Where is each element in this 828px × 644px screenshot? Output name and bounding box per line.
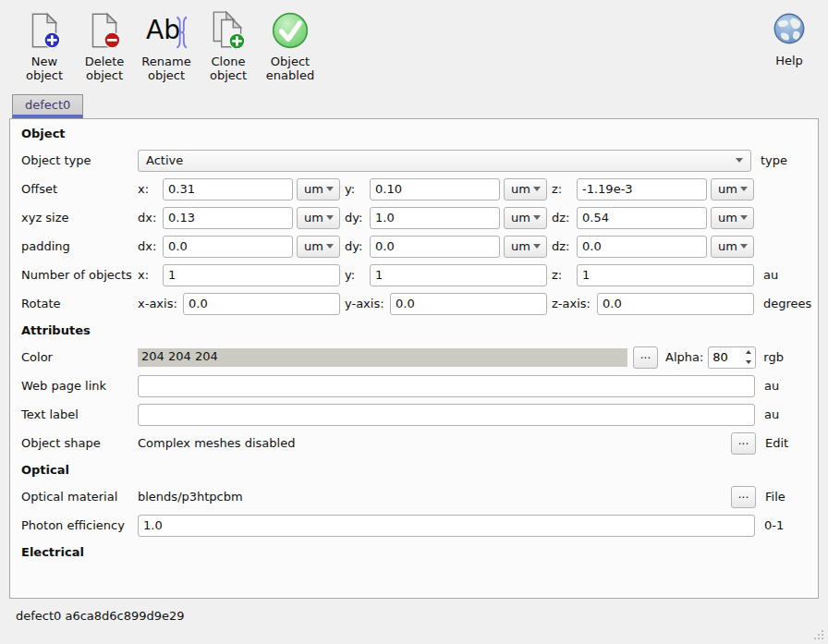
alpha-input[interactable] [709, 347, 741, 368]
count-x-input[interactable] [163, 264, 340, 286]
main-window: New object Delete object Ab Rename objec… [0, 0, 828, 644]
size-dy-input[interactable] [370, 207, 500, 229]
optical-material-label: Optical material [21, 490, 138, 504]
size-dx-label: dx: [138, 211, 160, 225]
toolbar: New object Delete object Ab Rename objec… [0, 0, 828, 94]
size-dz-unit-value: um [718, 211, 737, 225]
rotate-y-input[interactable] [390, 293, 547, 315]
offset-x-label: x: [138, 182, 160, 196]
clone-object-icon [207, 9, 250, 52]
color-browse-button[interactable]: ... [633, 346, 658, 369]
count-x-label: x: [138, 268, 160, 282]
rotate-z-label: z-axis: [552, 297, 594, 310]
text-label-unit: au [764, 407, 779, 421]
padding-dy-unit-select[interactable]: um [504, 236, 547, 258]
padding-row: padding dx: um dy: um dz: [10, 232, 818, 261]
optical-material-value: blends/p3htpcbm [138, 490, 731, 504]
offset-z-unit-select[interactable]: um [711, 178, 754, 200]
color-row: Color 204 204 204 ... Alpha: rgb [10, 343, 818, 371]
object-shape-row: Object shape Complex meshes disabled ...… [10, 429, 818, 457]
chevron-down-icon [326, 215, 334, 220]
count-label: Number of objects [21, 268, 138, 282]
color-swatch[interactable]: 204 204 204 [138, 348, 627, 367]
object-type-row: Object type Active type [10, 146, 818, 175]
text-label-label: Text label [21, 407, 138, 421]
alpha-increment-button[interactable] [741, 347, 755, 358]
padding-dz-unit-select[interactable]: um [711, 236, 754, 258]
help-button[interactable]: Help [764, 9, 814, 67]
section-optical: Optical [10, 457, 818, 482]
offset-y-input[interactable] [370, 178, 500, 200]
offset-row: Offset x: um y: um z: [10, 175, 818, 203]
tab-defect0[interactable]: defect0 [12, 94, 83, 118]
object-type-select[interactable]: Active [138, 150, 751, 172]
rotate-x-label: x-axis: [138, 297, 180, 310]
size-dz-unit-select[interactable]: um [711, 207, 754, 229]
rename-object-button[interactable]: Ab Rename object [135, 9, 198, 82]
size-dy-unit-select[interactable]: um [504, 207, 547, 229]
padding-dy-input[interactable] [370, 236, 500, 258]
padding-dz-label: dz: [552, 239, 574, 253]
photon-efficiency-row: Photon efficiency 0-1 [10, 511, 818, 540]
padding-label: padding [21, 239, 138, 253]
text-label-input[interactable] [138, 404, 755, 426]
delete-object-button[interactable]: Delete object [75, 9, 134, 82]
arrow-down-icon [746, 360, 751, 364]
offset-x-unit-select[interactable]: um [297, 178, 340, 200]
chevron-down-icon [533, 187, 541, 191]
rotate-x-input[interactable] [183, 293, 340, 315]
object-enabled-label: Object enabled [259, 55, 322, 82]
size-dz-input[interactable] [577, 207, 707, 229]
padding-dx-label: dx: [138, 239, 160, 253]
count-z-label: z: [552, 268, 574, 282]
object-type-label: Object type [21, 153, 138, 167]
offset-z-input[interactable] [577, 178, 707, 200]
object-shape-browse-button[interactable]: ... [731, 432, 756, 455]
svg-text:Ab: Ab [146, 15, 180, 45]
chevron-down-icon [740, 244, 748, 249]
help-globe-icon [770, 9, 809, 48]
padding-dz-input[interactable] [577, 236, 707, 258]
size-dx-unit-value: um [304, 211, 323, 225]
size-dz-label: dz: [552, 211, 574, 225]
clone-object-button[interactable]: Clone object [199, 9, 258, 82]
rotate-label: Rotate [21, 297, 138, 310]
padding-dy-unit-value: um [511, 239, 530, 253]
rotate-z-input[interactable] [597, 293, 754, 315]
offset-y-unit-select[interactable]: um [504, 178, 547, 200]
rotate-y-label: y-axis: [345, 297, 387, 310]
web-link-label: Web page link [21, 379, 138, 393]
rename-object-icon: Ab [145, 9, 188, 52]
photon-efficiency-input[interactable] [138, 515, 755, 537]
size-dy-unit-value: um [511, 211, 530, 225]
padding-dx-unit-select[interactable]: um [297, 236, 340, 258]
object-shape-label: Object shape [21, 436, 138, 450]
web-page-link-row: Web page link au [10, 371, 818, 400]
optical-material-unit: File [765, 490, 785, 504]
count-z-input[interactable] [577, 264, 754, 286]
object-type-value: Active [146, 153, 183, 167]
resize-grip[interactable] [812, 628, 825, 641]
new-object-button[interactable]: New object [15, 9, 74, 82]
new-object-label: New object [15, 55, 74, 82]
alpha-decrement-button[interactable] [741, 358, 755, 368]
section-electrical: Electrical [10, 540, 818, 565]
chevron-down-icon [326, 187, 334, 191]
web-link-input[interactable] [138, 375, 755, 397]
size-dx-unit-select[interactable]: um [297, 207, 340, 229]
alpha-spinner[interactable] [708, 346, 756, 369]
count-y-input[interactable] [370, 264, 547, 286]
clone-object-label: Clone object [199, 55, 258, 82]
offset-x-input[interactable] [163, 178, 293, 200]
photon-efficiency-unit: 0-1 [764, 518, 784, 532]
status-bar: defect0 a6ca8d6c899d9e29 [0, 599, 828, 633]
object-enabled-button[interactable]: Object enabled [259, 9, 322, 82]
padding-dx-input[interactable] [163, 236, 293, 258]
optical-material-browse-button[interactable]: ... [731, 486, 756, 508]
size-dx-input[interactable] [163, 207, 293, 229]
chevron-down-icon [326, 244, 334, 249]
chevron-down-icon [740, 187, 748, 191]
size-dy-label: dy: [345, 211, 367, 225]
object-shape-value: Complex meshes disabled [138, 436, 731, 450]
arrow-up-icon [746, 350, 751, 354]
